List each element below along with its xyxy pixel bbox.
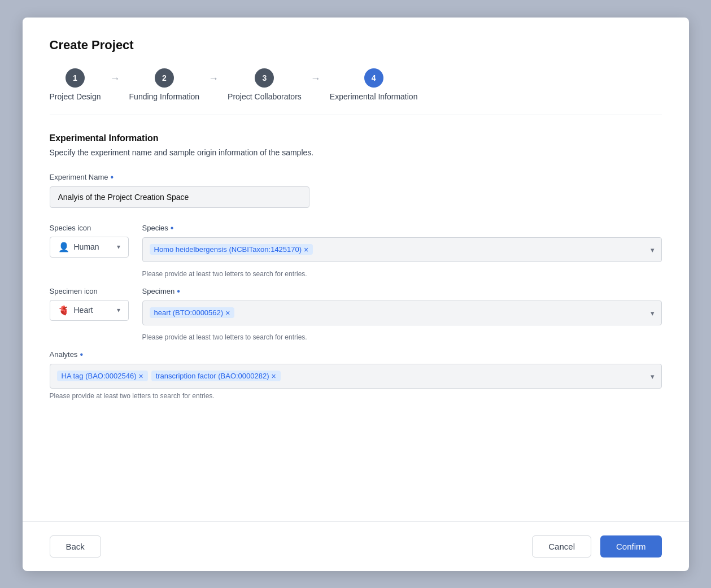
species-icon-label: Species icon	[50, 224, 129, 232]
species-icon-group: Species icon 👤 Human ▾	[50, 224, 129, 258]
species-chevron-icon: ▾	[651, 245, 655, 254]
analytes-hint: Please provide at least two letters to s…	[50, 392, 662, 400]
step-4-circle: 4	[364, 68, 383, 88]
species-input-box[interactable]: Homo heidelbergensis (NCBITaxon:1425170)…	[142, 237, 662, 262]
species-label: Species •	[142, 224, 662, 233]
modal-title: Create Project	[50, 38, 662, 53]
step-4[interactable]: 4 Experimental Information	[330, 68, 418, 101]
analytes-tag-0-text: HA tag (BAO:0002546)	[62, 372, 137, 380]
modal-footer: Back Cancel Confirm	[23, 521, 689, 571]
experiment-name-required: •	[111, 173, 114, 182]
step-2-circle: 2	[155, 68, 174, 88]
specimen-icon-chevron: ▾	[117, 306, 120, 314]
species-tag-0-remove[interactable]: ×	[304, 246, 308, 254]
step-1-circle: 1	[66, 68, 85, 88]
specimen-icon-selected-label: Heart	[74, 306, 93, 315]
footer-right-buttons: Cancel Confirm	[532, 535, 661, 557]
section-title: Experimental Information	[50, 133, 662, 143]
step-2[interactable]: 2 Funding Information	[129, 68, 200, 101]
specimen-chevron-icon: ▾	[651, 308, 655, 317]
analytes-tag-1-remove[interactable]: ×	[272, 372, 276, 380]
specimen-row: Specimen icon 🫀 Heart ▾ Specimen • heart…	[50, 287, 662, 341]
analytes-tag-0-remove[interactable]: ×	[138, 372, 143, 380]
analytes-group: Analytes • HA tag (BAO:0002546) × transc…	[50, 350, 662, 400]
modal-body: Experimental Information Specify the exp…	[23, 115, 689, 521]
species-tag-0: Homo heidelbergensis (NCBITaxon:1425170)…	[150, 244, 313, 255]
section-description: Specify the experiment name and sample o…	[50, 148, 662, 157]
specimen-tag-0: heart (BTO:0000562) ×	[150, 307, 235, 318]
analytes-input-box[interactable]: HA tag (BAO:0002546) × transcription fac…	[50, 364, 662, 389]
specimen-input-box[interactable]: heart (BTO:0000562) × ▾	[142, 300, 662, 325]
step-arrow-1: →	[110, 68, 120, 98]
experiment-name-input[interactable]	[50, 186, 309, 208]
step-4-label: Experimental Information	[330, 92, 418, 101]
species-hint: Please provide at least two letters to s…	[142, 270, 662, 278]
step-1[interactable]: 1 Project Design	[50, 68, 101, 101]
specimen-tag-group: Specimen • heart (BTO:0000562) × ▾ Pleas…	[142, 287, 662, 341]
experiment-name-label: Experiment Name •	[50, 173, 662, 182]
step-3[interactable]: 3 Project Collaborators	[228, 68, 302, 101]
specimen-required: •	[177, 287, 180, 296]
modal-header: Create Project 1 Project Design → 2 Fund…	[23, 18, 689, 115]
analytes-tag-1: transcription factor (BAO:0000282) ×	[151, 371, 281, 381]
step-3-circle: 3	[255, 68, 274, 88]
specimen-tag-0-remove[interactable]: ×	[225, 309, 230, 317]
specimen-icon-select[interactable]: 🫀 Heart ▾	[50, 300, 129, 321]
analytes-tag-0: HA tag (BAO:0002546) ×	[57, 371, 148, 381]
human-icon: 👤	[58, 242, 69, 252]
species-required: •	[171, 224, 174, 233]
analytes-chevron-icon: ▾	[651, 372, 655, 380]
heart-icon: 🫀	[58, 305, 69, 316]
species-tag-0-text: Homo heidelbergensis (NCBITaxon:1425170)	[154, 245, 302, 254]
specimen-icon-group: Specimen icon 🫀 Heart ▾	[50, 287, 129, 321]
step-2-label: Funding Information	[129, 92, 200, 101]
back-button[interactable]: Back	[50, 535, 101, 557]
specimen-icon-label: Specimen icon	[50, 287, 129, 295]
species-tag-group: Species • Homo heidelbergensis (NCBITaxo…	[142, 224, 662, 278]
stepper: 1 Project Design → 2 Funding Information…	[50, 68, 662, 115]
analytes-tag-1-text: transcription factor (BAO:0000282)	[156, 372, 269, 380]
species-row: Species icon 👤 Human ▾ Species • Homo he…	[50, 224, 662, 278]
specimen-tag-0-text: heart (BTO:0000562)	[154, 308, 224, 317]
step-arrow-3: →	[311, 68, 321, 98]
analytes-label: Analytes •	[50, 350, 662, 359]
step-arrow-2: →	[208, 68, 219, 98]
analytes-required: •	[80, 350, 83, 359]
confirm-button[interactable]: Confirm	[600, 535, 662, 557]
species-icon-selected-label: Human	[74, 242, 99, 251]
experiment-name-group: Experiment Name •	[50, 173, 662, 208]
specimen-label: Specimen •	[142, 287, 662, 296]
step-3-label: Project Collaborators	[228, 92, 302, 101]
species-icon-chevron: ▾	[117, 243, 120, 251]
species-icon-select[interactable]: 👤 Human ▾	[50, 237, 129, 258]
cancel-button[interactable]: Cancel	[532, 535, 591, 557]
step-1-label: Project Design	[50, 92, 101, 101]
create-project-modal: Create Project 1 Project Design → 2 Fund…	[23, 18, 689, 571]
specimen-hint: Please provide at least two letters to s…	[142, 333, 662, 341]
